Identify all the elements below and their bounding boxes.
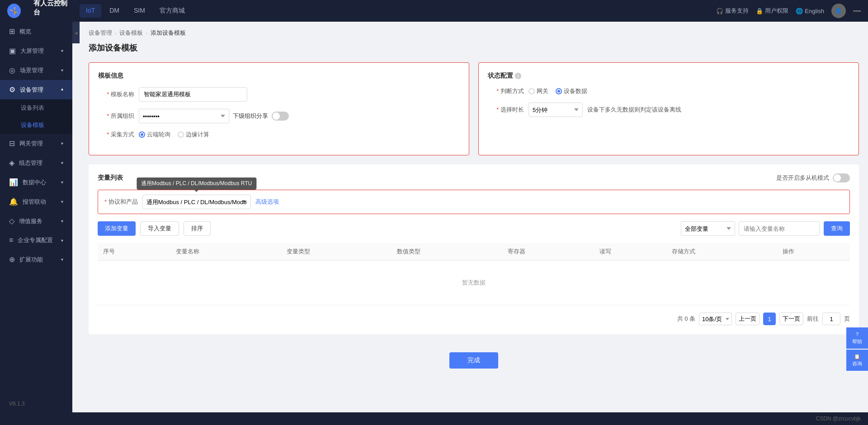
template-info-title: 模板信息 bbox=[98, 72, 460, 80]
current-page-button[interactable]: 1 bbox=[763, 313, 776, 325]
variable-search-input[interactable] bbox=[739, 221, 820, 236]
table-empty-row: 暂无数据 bbox=[98, 261, 850, 305]
sidebar: ⊞ 概览 ▣ 大屏管理 ▾ ◎ 场景管理 ▾ ⚙ 设备管理 ▾ 设备列表 bbox=[0, 22, 72, 412]
col-type: 变量类型 bbox=[281, 243, 392, 261]
sidebar-item-device-template[interactable]: 设备模板 bbox=[0, 117, 72, 134]
col-name: 变量名称 bbox=[170, 243, 281, 261]
prev-page-button[interactable]: 上一页 bbox=[736, 313, 760, 325]
collection-cloud[interactable]: 云端轮询 bbox=[139, 131, 170, 139]
judgment-row: * 判断方式 网关 设备数据 bbox=[488, 87, 849, 95]
goto-page-input[interactable] bbox=[822, 313, 840, 325]
chevron-alarm: ▾ bbox=[61, 199, 63, 204]
next-page-button[interactable]: 下一页 bbox=[779, 313, 803, 325]
chevron-scene: ▾ bbox=[61, 68, 63, 73]
variable-filter-area: 全部变量 查询 bbox=[681, 221, 850, 236]
col-action: 操作 bbox=[777, 243, 850, 261]
judgment-gateway[interactable]: 网关 bbox=[528, 87, 548, 95]
breadcrumb-device-template[interactable]: 设备模板 bbox=[119, 29, 143, 37]
language-switcher[interactable]: 🌐 English bbox=[796, 8, 824, 14]
help-float-button[interactable]: ? 帮助 bbox=[846, 327, 868, 349]
variable-toolbar: 添加变量 导入变量 排序 全部变量 查询 bbox=[98, 221, 850, 236]
pagination-total: 共 0 条 bbox=[677, 315, 695, 323]
sidebar-item-config[interactable]: ◈ 组态管理 ▾ bbox=[0, 153, 72, 173]
breadcrumb: 设备管理 › 设备模板 › 添加设备模板 bbox=[89, 29, 859, 37]
judgment-radio-group: 网关 设备数据 bbox=[528, 87, 587, 95]
support-link[interactable]: 🎧 服务支持 bbox=[716, 7, 749, 15]
org-select[interactable]: ▪▪▪▪▪▪▪▪ bbox=[139, 109, 229, 123]
add-variable-button[interactable]: 添加变量 bbox=[98, 221, 136, 236]
org-share-toggle[interactable] bbox=[272, 112, 289, 121]
user-avatar[interactable]: 👤 bbox=[831, 4, 846, 18]
org-label: * 所属组织 bbox=[98, 112, 139, 120]
sort-button[interactable]: 排序 bbox=[184, 221, 211, 236]
bottom-bar: CSDN @zrcucvbjk bbox=[0, 412, 868, 425]
template-name-label: * 模板名称 bbox=[98, 90, 139, 98]
sidebar-item-data-center[interactable]: 📊 数据中心 ▾ bbox=[0, 173, 72, 192]
nav-sim[interactable]: SIM bbox=[127, 4, 151, 18]
sidebar-item-overview[interactable]: ⊞ 概览 bbox=[0, 22, 72, 41]
judgment-label: * 判断方式 bbox=[488, 87, 528, 95]
protocol-select[interactable]: 通用Modbus / PLC / DL/Modbus/Modbus RTU bbox=[142, 195, 251, 209]
config-icon: ◈ bbox=[9, 159, 14, 167]
org-share-area: 下级组织分享 bbox=[233, 112, 289, 121]
sidebar-item-scene[interactable]: ◎ 场景管理 ▾ bbox=[0, 61, 72, 80]
variable-section-header: 变量列表 是否开启多从机模式 bbox=[98, 173, 850, 182]
chevron-gateway: ▾ bbox=[61, 141, 63, 146]
col-storage: 存储方式 bbox=[666, 243, 777, 261]
collection-row: * 采集方式 云端轮询 边缘计算 bbox=[98, 131, 460, 139]
chevron-config: ▾ bbox=[61, 160, 63, 165]
duration-row: * 选择时长 5分钟 1分钟 3分钟 10分钟 30分钟 设备下多久无数据则判定… bbox=[488, 103, 849, 117]
variable-type-filter[interactable]: 全部变量 bbox=[681, 221, 735, 236]
judgment-device-dot bbox=[556, 88, 562, 94]
sidebar-item-device-list[interactable]: 设备列表 bbox=[0, 99, 72, 117]
content-grid: 模板信息 * 模板名称 * 所属组织 ▪▪▪▪▪▪▪▪ 下级组织分享 bbox=[89, 62, 859, 155]
sidebar-collapse-button[interactable]: ◂ bbox=[72, 22, 80, 43]
variable-section-title: 变量列表 bbox=[98, 174, 123, 182]
judgment-gateway-dot bbox=[528, 88, 535, 94]
table-header: 序号 变量名称 变量类型 数值类型 寄存器 读写 存储方式 操作 bbox=[98, 243, 850, 261]
data-icon: 📊 bbox=[9, 178, 18, 187]
org-row: * 所属组织 ▪▪▪▪▪▪▪▪ 下级组织分享 bbox=[98, 109, 460, 123]
advanced-options-link[interactable]: 高级选项 bbox=[255, 198, 279, 206]
pagination: 共 0 条 10条/页 20条/页 50条/页 上一页 1 下一页 前往 页 bbox=[98, 313, 850, 325]
per-page-select[interactable]: 10条/页 20条/页 50条/页 bbox=[699, 313, 732, 325]
template-name-row: * 模板名称 bbox=[98, 87, 460, 102]
table-body: 暂无数据 bbox=[98, 261, 850, 305]
chevron-value: ▾ bbox=[61, 219, 63, 224]
sidebar-item-enterprise[interactable]: ≡ 企业专属配置 ▾ bbox=[0, 231, 72, 250]
enterprise-icon: ≡ bbox=[9, 236, 13, 244]
nav-dm[interactable]: DM bbox=[103, 4, 126, 18]
sidebar-item-alarm[interactable]: 🔔 报管联动 ▾ bbox=[0, 192, 72, 211]
sidebar-item-device-management[interactable]: ⚙ 设备管理 ▾ bbox=[0, 80, 72, 99]
nav-shop[interactable]: 官方商城 bbox=[153, 4, 191, 18]
float-buttons: ? 帮助 📋 咨询 bbox=[846, 327, 868, 371]
sidebar-item-extension[interactable]: ⊕ 扩展功能 ▾ bbox=[0, 250, 72, 269]
variable-list-section: 变量列表 是否开启多从机模式 * 协议和产品 通用Modbus / PLC / … bbox=[89, 164, 859, 334]
duration-hint: 设备下多久无数据则判定该设备离线 bbox=[587, 106, 681, 114]
col-seq: 序号 bbox=[98, 243, 170, 261]
collection-edge[interactable]: 边缘计算 bbox=[178, 131, 209, 139]
sidebar-item-gateway[interactable]: ⊟ 网关管理 ▾ bbox=[0, 134, 72, 153]
consult-float-button[interactable]: 📋 咨询 bbox=[846, 350, 868, 371]
sidebar-sub-device: 设备列表 设备模板 bbox=[0, 99, 72, 134]
device-icon: ⚙ bbox=[9, 85, 15, 94]
variable-search-button[interactable]: 查询 bbox=[824, 221, 850, 236]
breadcrumb-sep-2: › bbox=[146, 30, 147, 37]
nav-iot[interactable]: IoT bbox=[80, 4, 101, 18]
permissions-link[interactable]: 🔒 用户权限 bbox=[756, 7, 788, 15]
chevron-device: ▾ bbox=[61, 87, 63, 92]
value-icon: ◇ bbox=[9, 217, 14, 225]
info-icon[interactable]: i bbox=[515, 73, 521, 79]
top-menu: IoT DM SIM 官方商城 bbox=[80, 4, 716, 18]
breadcrumb-device-management[interactable]: 设备管理 bbox=[89, 29, 112, 37]
sidebar-item-big-screen[interactable]: ▣ 大屏管理 ▾ bbox=[0, 41, 72, 61]
complete-button[interactable]: 完成 bbox=[449, 352, 498, 369]
multi-mode-toggle[interactable] bbox=[833, 173, 850, 182]
template-name-input[interactable] bbox=[139, 87, 247, 102]
duration-select[interactable]: 5分钟 1分钟 3分钟 10分钟 30分钟 bbox=[528, 103, 583, 117]
alarm-icon: 🔔 bbox=[9, 197, 18, 206]
sidebar-item-value-added[interactable]: ◇ 增值服务 ▾ bbox=[0, 211, 72, 231]
judgment-device-data[interactable]: 设备数据 bbox=[556, 87, 587, 95]
chevron-data: ▾ bbox=[61, 180, 63, 185]
import-variable-button[interactable]: 导入变量 bbox=[140, 221, 179, 236]
